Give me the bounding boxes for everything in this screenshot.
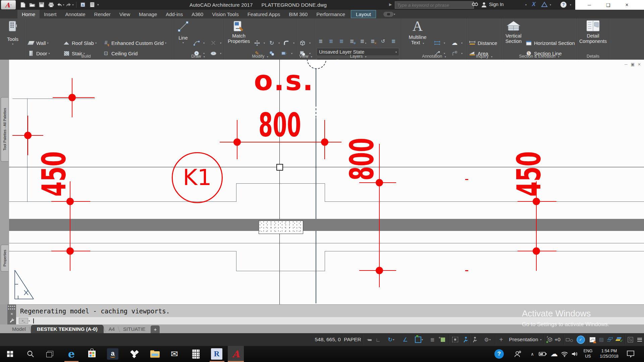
search-icon[interactable] (472, 2, 478, 9)
taskbar-search-icon[interactable] (23, 346, 38, 362)
action-center-icon[interactable] (623, 346, 638, 362)
view-cube-tool[interactable]: ▾ (299, 39, 311, 47)
panel-label-details[interactable]: Details (577, 54, 609, 59)
distance-button[interactable]: Distance (469, 39, 497, 47)
wall-button[interactable]: Wall▾ (28, 39, 49, 47)
tools-button[interactable]: Tools▾ (3, 20, 22, 46)
coordinates-display[interactable]: 548, 665, 0 (303, 333, 341, 346)
rotate-tool[interactable]: ↻▾ (268, 39, 280, 47)
dimension-tool[interactable]: ▾ (434, 39, 445, 47)
roof-slab-button[interactable]: Roof Slab▾ (63, 39, 97, 47)
annotation-monitor-button[interactable]: + (496, 333, 506, 346)
panel-label-annotation[interactable]: Annotation ▾ (401, 54, 467, 59)
command-recent-icon[interactable]: ▾ (29, 319, 30, 322)
revision-cloud-tool[interactable]: ☁▾ (451, 39, 463, 47)
layer-properties-icon[interactable]: ≣ (317, 38, 324, 45)
redo-icon[interactable]: ▾ (66, 1, 74, 8)
layer-state-icon[interactable]: ≣ (328, 38, 334, 45)
paper-model-toggle[interactable]: PAPER (343, 333, 362, 346)
help-dropdown-icon[interactable]: ▾ (570, 3, 571, 6)
tab-bestek-tekening[interactable]: BESTEK TEKENING (A-0) (31, 325, 104, 333)
layer-pin-icon[interactable]: ≣• (359, 38, 366, 45)
revit-icon[interactable]: R (209, 346, 224, 362)
tab-a4[interactable]: A4 (105, 325, 118, 333)
drawing-canvas[interactable]: ─ ▣ × (9, 60, 644, 304)
file-explorer-icon[interactable] (147, 346, 163, 362)
tab-insert[interactable]: Insert (40, 10, 61, 18)
tab-home[interactable]: Home (17, 10, 40, 18)
tab-situatie[interactable]: SITUATIE (120, 325, 149, 333)
multiline-text-button[interactable]: A Multiline Text ▾ (404, 19, 431, 45)
close-button[interactable]: × (618, 0, 636, 10)
new-file-icon[interactable] (19, 1, 27, 8)
store-icon[interactable] (84, 346, 100, 362)
transparency-button[interactable]: + (437, 333, 448, 346)
edge-icon[interactable]: e (64, 346, 79, 362)
layer-freeze-icon[interactable]: ≣✲ (348, 38, 355, 45)
new-layout-button[interactable]: + (151, 325, 160, 333)
plot-preview-icon[interactable] (79, 1, 87, 8)
workspace-dropdown[interactable]: Presentation▾ (507, 333, 543, 346)
maximize-button[interactable]: ❑ (599, 0, 618, 10)
command-close-icon[interactable]: × (10, 311, 13, 316)
tray-people-icon[interactable] (511, 346, 525, 362)
calculator-icon[interactable] (188, 346, 204, 362)
sign-in-button[interactable]: Sign In (489, 2, 504, 7)
layer-previous-icon[interactable]: ↺ (380, 38, 386, 45)
sign-in-dropdown-icon[interactable]: ▾ (525, 3, 527, 6)
graphics-performance-button[interactable]: ✓ (575, 333, 586, 346)
vertical-section-button[interactable]: VerticalSection (503, 20, 524, 44)
isolate-objects-button[interactable] (564, 333, 574, 346)
polar-tracking-button[interactable]: ↻▾ (383, 333, 399, 346)
object-snap-button[interactable]: ▾ (411, 333, 427, 346)
layer-check-button[interactable]: ✓ (614, 333, 624, 346)
ribbon-display-toggle[interactable]: ▾ (383, 10, 395, 18)
tab-view[interactable]: View (115, 10, 135, 18)
undo-icon[interactable]: ▾ (56, 1, 64, 8)
mail-icon[interactable]: ✉ (167, 346, 182, 362)
horizontal-section-button[interactable]: Horizontal Section (525, 39, 575, 47)
viewport-close-icon[interactable]: × (638, 62, 641, 67)
enhanced-custom-grid-button[interactable]: #↯Enhanced Custom Grid▾ (103, 39, 166, 47)
detail-components-button[interactable]: DetailComponents (580, 19, 606, 44)
viewport-restore-icon[interactable]: ▣ (631, 62, 634, 67)
wifi-icon[interactable] (559, 346, 570, 362)
tray-help-icon[interactable]: ? (492, 346, 506, 362)
minimize-button[interactable]: ─ (580, 0, 599, 10)
tab-vision-tools[interactable]: Vision Tools (208, 10, 243, 18)
onedrive-icon[interactable]: ☁ (549, 346, 559, 362)
customization-menu-button[interactable] (635, 333, 644, 346)
panel-label-modify[interactable]: Modify ▾ (224, 54, 296, 59)
start-button[interactable] (2, 346, 18, 362)
isodraft-button[interactable]: ∠ (400, 333, 411, 346)
help-icon[interactable]: ? (560, 1, 567, 9)
save-icon[interactable] (38, 1, 46, 8)
tab-manage[interactable]: Manage (135, 10, 161, 18)
move-tool[interactable]: ▾ (254, 39, 265, 47)
panel-label-section[interactable]: Section & Elevation ▾ (502, 54, 577, 59)
autoscale-button[interactable] (461, 333, 470, 346)
snap-mode-button[interactable]: + (363, 333, 373, 346)
command-input-row[interactable]: >_ ▾ (16, 317, 644, 324)
plot-graph-button[interactable] (588, 333, 597, 346)
command-tools-icon[interactable] (9, 318, 14, 323)
tab-performance[interactable]: Performance (312, 10, 350, 18)
fullscreen-button[interactable] (625, 333, 635, 346)
tab-add-ins[interactable]: Add-ins (161, 10, 187, 18)
fillet-tool[interactable]: ▾ (283, 39, 294, 47)
command-history-bar[interactable]: Regenerating model - caching viewports. (16, 304, 644, 317)
tab-model[interactable]: Model (9, 325, 29, 333)
panel-label-inquiry[interactable]: Inquiry ▾ (467, 54, 501, 59)
qat-customize-icon[interactable]: ▾ (97, 3, 99, 6)
layer-isolate-icon[interactable]: ≣ (338, 38, 345, 45)
a360-icon[interactable] (541, 2, 548, 9)
task-view-icon[interactable] (42, 346, 57, 362)
app-menu-button[interactable]: A▾ (1, 0, 16, 9)
xline-tool[interactable]: ⤬▾ (210, 39, 221, 47)
tab-layout[interactable]: Layout (351, 10, 376, 18)
line-button[interactable]: Line▾ (174, 20, 192, 44)
annotation-scale-button[interactable] (470, 333, 479, 346)
workspace-switching-button[interactable]: ⚙▾ (480, 333, 495, 346)
open-file-icon[interactable] (28, 1, 36, 8)
battery-icon[interactable] (537, 346, 548, 362)
